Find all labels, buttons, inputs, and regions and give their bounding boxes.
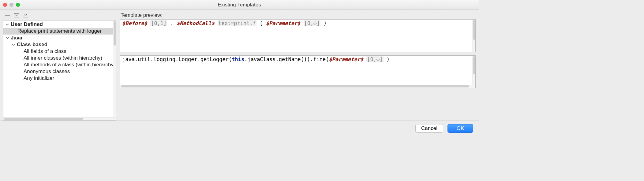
dialog-content: User Defined Replace print statements wi… [0,10,479,120]
tree-item-replace-print[interactable]: Replace print statements with logger [3,28,113,35]
tree-label: Anonymous classes [24,68,70,75]
code-keyword-this: this [232,56,244,62]
tree-label: Class-based [17,42,47,48]
ok-button[interactable]: OK [447,124,473,133]
editor-vertical-scrollbar[interactable] [472,20,475,52]
tree-label: Java [11,35,22,41]
collapse-all-icon[interactable] [5,13,10,18]
left-panel: User Defined Replace print statements wi… [3,12,116,120]
titlebar: Existing Templates [0,0,479,10]
cancel-button[interactable]: Cancel [415,124,443,133]
tree-label: User Defined [11,21,43,28]
scrollbar-thumb[interactable] [114,21,116,46]
tree-node-user-defined[interactable]: User Defined [3,21,113,28]
expand-selected-icon[interactable] [23,13,28,18]
scrollbar-thumb[interactable] [4,118,83,120]
code-var-before: $Before$ [122,20,147,26]
editor-vertical-scrollbar[interactable] [472,56,475,85]
editor-horizontal-scrollbar[interactable] [120,85,476,88]
tree-item[interactable]: All methods of a class (within hierarchy… [3,61,113,68]
scrollbar-thumb[interactable] [121,85,469,87]
tree-label: All fields of a class [24,48,66,54]
chevron-down-icon[interactable] [5,36,9,40]
code-var-parameter: $Parameter$ [266,20,301,26]
chevron-down-icon[interactable] [11,42,16,47]
tree-toolbar [3,12,116,20]
search-template-text[interactable]: $Before$ [0,1] . $MethodCall$ text=print… [120,20,472,52]
tree-item[interactable]: All inner classes (within hierarchy) [3,55,113,61]
code-text: .javaClass.getName()).fine( [244,56,329,62]
code-text: ) [387,56,390,62]
tree-label: All methods of a class (within hierarchy… [24,62,113,68]
expand-all-icon[interactable] [14,13,19,18]
tree-item[interactable]: All fields of a class [3,48,113,55]
dialog-footer: Cancel OK [0,120,479,136]
tree-container: User Defined Replace print statements wi… [3,20,116,117]
tree-label: All inner classes (within hierarchy) [24,55,102,61]
code-var-methodcall-right: l$ [208,20,214,26]
tree-node-class-based[interactable]: Class-based [3,41,113,48]
tree-vertical-scrollbar[interactable] [113,20,116,117]
code-text: ) [324,20,327,26]
preview-label: Template preview: [120,12,476,18]
code-var-methodcall: $MethodCal [177,20,208,26]
chevron-down-icon[interactable] [5,22,9,27]
tree-label: Replace print statements with logger [17,28,102,34]
code-text: . [170,20,174,26]
search-template-editor[interactable]: $Before$ [0,1] . $MethodCall$ text=print… [120,19,476,52]
right-panel: Template preview: $Before$ [0,1] . $Meth… [120,12,476,120]
code-hint: text=print.* [218,20,256,26]
tree-horizontal-scrollbar[interactable] [3,117,116,120]
code-hint: [0,∞] [366,56,383,62]
replace-template-text[interactable]: java.util.logging.Logger.getLogger(this.… [120,56,472,85]
scrollbar-thumb[interactable] [473,20,475,40]
code-var-parameter: $Parameter$ [329,56,364,62]
tree-item[interactable]: Anonymous classes [3,68,113,75]
template-tree[interactable]: User Defined Replace print statements wi… [3,20,113,117]
code-text: java.util.logging.Logger.getLogger( [122,56,232,62]
code-hint: [0,∞] [304,20,320,26]
code-hint: [0,1] [150,20,167,26]
code-text: ( [260,20,263,26]
window-title: Existing Templates [0,2,479,8]
scrollbar-thumb[interactable] [473,56,475,74]
tree-label: Any initializer [24,75,54,81]
tree-item[interactable]: Any initializer [3,75,113,82]
replace-template-editor[interactable]: java.util.logging.Logger.getLogger(this.… [120,55,476,85]
tree-node-java[interactable]: Java [3,35,113,41]
